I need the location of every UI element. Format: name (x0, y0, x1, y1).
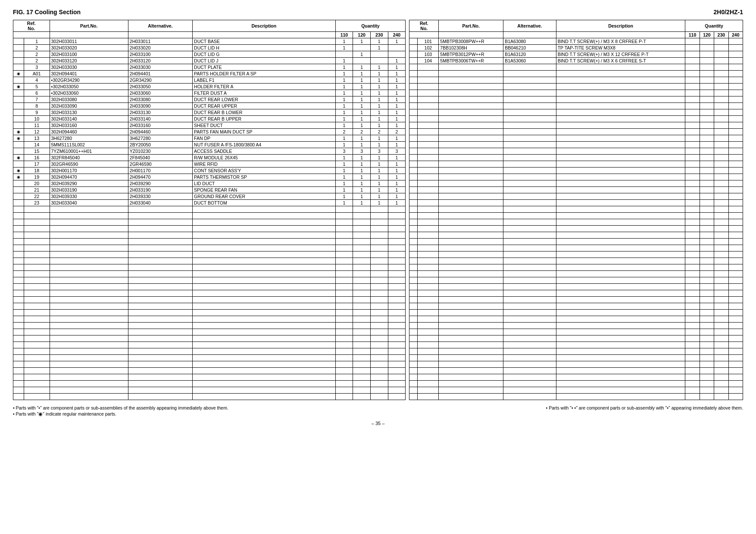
table-row-empty (409, 284, 743, 290)
ref-no: 11 (24, 122, 50, 129)
table-row-empty (409, 239, 743, 245)
table-row-empty (13, 342, 406, 348)
description: DUCT LID J (193, 58, 336, 64)
qty-cell: 1 (335, 90, 353, 96)
ref-no: 23 (24, 200, 50, 206)
table-row-empty (409, 77, 743, 84)
ref-no: A01 (24, 71, 50, 77)
marker-cell (13, 148, 24, 155)
description: ACCESS SADDLE (193, 148, 336, 155)
left-header-qty: Quantity (335, 20, 406, 32)
part-no: 302H033160 (50, 122, 128, 129)
qty-cell: 1 (388, 187, 406, 193)
table-row-empty (409, 290, 743, 297)
table-row-empty (13, 219, 406, 226)
table-row-empty (409, 193, 743, 200)
qty-cell: 3 (335, 148, 353, 155)
alternative: 2H033090 (128, 103, 192, 109)
table-row-empty (409, 355, 743, 361)
qty-cell: 1 (353, 193, 371, 200)
alternative: 2H094401 (128, 71, 192, 77)
alternative: 2H033130 (128, 109, 192, 116)
footnotes: • Parts with "•" are component parts or … (13, 405, 743, 417)
qty-cell: 1 (370, 71, 388, 77)
alternative: 2H033060 (128, 90, 192, 96)
description: DUCT BOTTOM (193, 200, 336, 206)
part-no: 302H033020 (50, 45, 128, 51)
qty-cell: 1 (335, 122, 353, 129)
marker-cell (13, 187, 24, 193)
qty-cell: 1 (388, 168, 406, 174)
ref-no: 104 (418, 58, 439, 64)
qty-cell: 1 (335, 142, 353, 148)
table-row-empty (409, 71, 743, 77)
table-row-empty (409, 342, 743, 348)
alternative: 2H033020 (128, 45, 192, 51)
ref-no: 21 (24, 187, 50, 193)
table-row-empty (409, 187, 743, 193)
table-row-empty (13, 284, 406, 290)
table-row: 145MMS111SL0022BY20050NUT FUSER A /FS-18… (13, 142, 406, 148)
ref-no: 17 (24, 161, 50, 168)
table-row-empty (409, 251, 743, 258)
qty-cell: 1 (335, 135, 353, 142)
table-row-empty (409, 316, 743, 323)
qty-cell: 3 (370, 148, 388, 155)
table-row: ◉16302FR8450402F845040R/W MODULE 26X4511… (13, 155, 406, 161)
table-row-empty (13, 323, 406, 329)
table-row: 6•302H0330602H033060FILTER DUST A1111 (13, 90, 406, 96)
left-parts-table: Ref.No. Part.No. Alternative. Descriptio… (13, 20, 406, 400)
table-row-empty (13, 271, 406, 277)
table-row-empty (409, 122, 743, 129)
qty-cell: 1 (353, 180, 371, 187)
table-row-empty (13, 264, 406, 271)
marker-cell: ◉ (13, 84, 24, 90)
alternative: 2H094460 (128, 129, 192, 135)
table-row-empty (409, 323, 743, 329)
marker-cell: ◉ (13, 135, 24, 142)
alternative: 2H033080 (128, 96, 192, 103)
ref-no: 22 (24, 193, 50, 200)
description: DUCT LID H (193, 45, 336, 51)
qty-cell (370, 58, 388, 64)
qty-cell (353, 45, 371, 51)
table-row-empty (13, 245, 406, 251)
table-row: 3302H0330302H033030DUCT PLATE1111 (13, 64, 406, 71)
qty-cell: 1 (335, 71, 353, 77)
qty-cell: 1 (370, 122, 388, 129)
table-row-empty (409, 135, 743, 142)
qty-cell: 1 (370, 155, 388, 161)
qty-cell (714, 38, 728, 45)
table-row-empty (13, 329, 406, 335)
table-row-empty (409, 387, 743, 394)
qty-cell (685, 38, 700, 45)
part-no: 5MBTPB3006TW++R (439, 58, 503, 64)
ref-no: 8 (24, 103, 50, 109)
table-row-empty (409, 64, 743, 71)
qty-cell: 1 (388, 155, 406, 161)
ref-no: 4 (24, 77, 50, 84)
alternative: 2H033140 (128, 116, 192, 122)
qty-cell: 1 (353, 109, 371, 116)
marker-cell (13, 77, 24, 84)
description: WIRE RFID (193, 161, 336, 168)
qty-cell: 1 (335, 200, 353, 206)
table-row-empty (409, 219, 743, 226)
table-row-empty (409, 329, 743, 335)
qty-cell (728, 38, 743, 45)
table-row-empty (409, 374, 743, 381)
ref-no: 15 (24, 148, 50, 155)
left-header-ref: Ref.No. (13, 20, 50, 32)
qty-cell: 1 (353, 168, 371, 174)
qty-cell: 1 (388, 103, 406, 109)
ref-no: 20 (24, 180, 50, 187)
qty-cell: 2 (370, 129, 388, 135)
qty-cell: 1 (353, 90, 371, 96)
table-row-empty (409, 148, 743, 155)
table-row-empty (13, 368, 406, 374)
table-row-empty (13, 355, 406, 361)
description: HOLDER FILTER A (193, 84, 336, 90)
table-row: 1302H0330112H033011DUCT BASE1111 (13, 38, 406, 45)
description: DUCT BASE (193, 38, 336, 45)
marker-cell: ◉ (13, 155, 24, 161)
